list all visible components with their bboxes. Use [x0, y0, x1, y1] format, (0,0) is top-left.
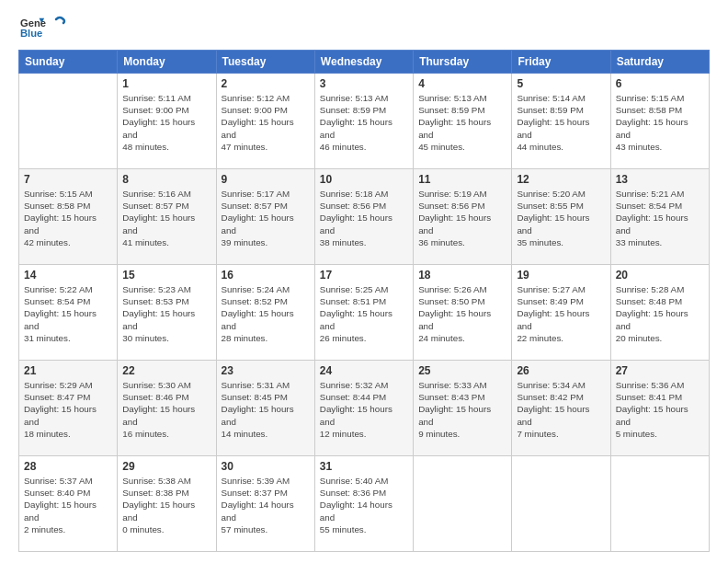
day-info: Sunrise: 5:16 AMSunset: 8:57 PMDaylight:…	[122, 188, 210, 248]
calendar-cell: 19Sunrise: 5:27 AMSunset: 8:49 PMDayligh…	[512, 265, 610, 361]
calendar-cell: 2Sunrise: 5:12 AMSunset: 9:00 PMDaylight…	[216, 74, 314, 169]
day-number: 21	[24, 364, 112, 377]
day-info: Sunrise: 5:34 AMSunset: 8:42 PMDaylight:…	[517, 379, 605, 440]
day-info: Sunrise: 5:40 AMSunset: 8:36 PMDaylight:…	[320, 475, 408, 535]
day-info: Sunrise: 5:18 AMSunset: 8:56 PMDaylight:…	[320, 188, 408, 248]
day-info: Sunrise: 5:12 AMSunset: 9:00 PMDaylight:…	[222, 92, 310, 153]
calendar-cell: 29Sunrise: 5:38 AMSunset: 8:38 PMDayligh…	[118, 456, 216, 552]
day-info: Sunrise: 5:11 AMSunset: 9:00 PMDaylight:…	[122, 92, 210, 153]
calendar-cell: 30Sunrise: 5:39 AMSunset: 8:37 PMDayligh…	[216, 456, 314, 552]
calendar-cell: 5Sunrise: 5:14 AMSunset: 8:59 PMDaylight…	[512, 74, 610, 169]
calendar-cell: 27Sunrise: 5:36 AMSunset: 8:41 PMDayligh…	[610, 361, 709, 456]
day-info: Sunrise: 5:27 AMSunset: 8:49 PMDaylight:…	[517, 283, 605, 344]
day-info: Sunrise: 5:25 AMSunset: 8:51 PMDaylight:…	[320, 283, 408, 344]
day-info: Sunrise: 5:15 AMSunset: 8:58 PMDaylight:…	[616, 92, 704, 153]
col-header-wednesday: Wednesday	[314, 51, 413, 74]
day-number: 19	[517, 269, 605, 282]
calendar-cell: 22Sunrise: 5:30 AMSunset: 8:46 PMDayligh…	[118, 361, 216, 456]
day-info: Sunrise: 5:29 AMSunset: 8:47 PMDaylight:…	[24, 379, 112, 440]
day-info: Sunrise: 5:38 AMSunset: 8:38 PMDaylight:…	[122, 475, 210, 535]
calendar-cell: 16Sunrise: 5:24 AMSunset: 8:52 PMDayligh…	[216, 265, 314, 361]
day-info: Sunrise: 5:30 AMSunset: 8:46 PMDaylight:…	[122, 379, 210, 440]
calendar-cell: 8Sunrise: 5:16 AMSunset: 8:57 PMDaylight…	[118, 169, 216, 265]
day-info: Sunrise: 5:24 AMSunset: 8:52 PMDaylight:…	[222, 283, 310, 344]
week-row: 21Sunrise: 5:29 AMSunset: 8:47 PMDayligh…	[19, 361, 710, 456]
week-row: 1Sunrise: 5:11 AMSunset: 9:00 PMDaylight…	[19, 74, 710, 169]
day-info: Sunrise: 5:21 AMSunset: 8:54 PMDaylight:…	[616, 188, 704, 248]
header-row: SundayMondayTuesdayWednesdayThursdayFrid…	[19, 51, 710, 74]
day-number: 8	[122, 173, 210, 186]
day-info: Sunrise: 5:28 AMSunset: 8:48 PMDaylight:…	[616, 283, 704, 344]
calendar-cell	[512, 456, 610, 552]
day-number: 29	[122, 460, 210, 473]
calendar-cell: 3Sunrise: 5:13 AMSunset: 8:59 PMDaylight…	[314, 74, 413, 169]
calendar-cell	[610, 456, 709, 552]
col-header-friday: Friday	[512, 51, 610, 74]
day-number: 4	[418, 77, 506, 90]
week-row: 28Sunrise: 5:37 AMSunset: 8:40 PMDayligh…	[19, 456, 710, 552]
day-number: 23	[222, 364, 310, 377]
calendar-cell: 9Sunrise: 5:17 AMSunset: 8:57 PMDaylight…	[216, 169, 314, 265]
day-number: 7	[24, 173, 112, 186]
day-info: Sunrise: 5:13 AMSunset: 8:59 PMDaylight:…	[320, 92, 408, 153]
day-number: 6	[616, 77, 704, 90]
day-info: Sunrise: 5:19 AMSunset: 8:56 PMDaylight:…	[418, 188, 506, 248]
day-info: Sunrise: 5:22 AMSunset: 8:54 PMDaylight:…	[24, 283, 112, 344]
calendar-cell: 7Sunrise: 5:15 AMSunset: 8:58 PMDaylight…	[19, 169, 118, 265]
day-info: Sunrise: 5:23 AMSunset: 8:53 PMDaylight:…	[122, 283, 210, 344]
week-row: 14Sunrise: 5:22 AMSunset: 8:54 PMDayligh…	[19, 265, 710, 361]
day-number: 18	[418, 269, 506, 282]
svg-text:Blue: Blue	[20, 28, 42, 39]
day-number: 13	[616, 173, 704, 186]
day-number: 26	[517, 364, 605, 377]
calendar-cell: 26Sunrise: 5:34 AMSunset: 8:42 PMDayligh…	[512, 361, 610, 456]
calendar-cell: 1Sunrise: 5:11 AMSunset: 9:00 PMDaylight…	[118, 74, 216, 169]
day-number: 28	[24, 460, 112, 473]
calendar-cell: 14Sunrise: 5:22 AMSunset: 8:54 PMDayligh…	[19, 265, 118, 361]
day-info: Sunrise: 5:15 AMSunset: 8:58 PMDaylight:…	[24, 188, 112, 248]
day-number: 24	[320, 364, 408, 377]
day-number: 2	[222, 77, 310, 90]
week-row: 7Sunrise: 5:15 AMSunset: 8:58 PMDaylight…	[19, 169, 710, 265]
day-number: 31	[320, 460, 408, 473]
calendar-cell: 28Sunrise: 5:37 AMSunset: 8:40 PMDayligh…	[19, 456, 118, 552]
calendar-cell: 24Sunrise: 5:32 AMSunset: 8:44 PMDayligh…	[314, 361, 413, 456]
calendar-cell: 4Sunrise: 5:13 AMSunset: 8:59 PMDaylight…	[414, 74, 512, 169]
calendar-page: General Blue SundayMondayTuesdayWednesda…	[0, 0, 728, 563]
logo-wave-icon	[47, 14, 67, 34]
day-info: Sunrise: 5:26 AMSunset: 8:50 PMDaylight:…	[418, 283, 506, 344]
calendar-cell	[19, 74, 118, 169]
day-number: 3	[320, 77, 408, 90]
calendar-cell: 12Sunrise: 5:20 AMSunset: 8:55 PMDayligh…	[512, 169, 610, 265]
calendar-cell: 21Sunrise: 5:29 AMSunset: 8:47 PMDayligh…	[19, 361, 118, 456]
day-info: Sunrise: 5:31 AMSunset: 8:45 PMDaylight:…	[222, 379, 310, 440]
day-info: Sunrise: 5:13 AMSunset: 8:59 PMDaylight:…	[418, 92, 506, 153]
day-number: 5	[517, 77, 605, 90]
day-number: 17	[320, 269, 408, 282]
logo: General Blue	[18, 15, 67, 40]
calendar-cell: 11Sunrise: 5:19 AMSunset: 8:56 PMDayligh…	[414, 169, 512, 265]
header: General Blue	[18, 15, 710, 40]
day-info: Sunrise: 5:33 AMSunset: 8:43 PMDaylight:…	[418, 379, 506, 440]
calendar-cell: 18Sunrise: 5:26 AMSunset: 8:50 PMDayligh…	[414, 265, 512, 361]
calendar-cell: 17Sunrise: 5:25 AMSunset: 8:51 PMDayligh…	[314, 265, 413, 361]
calendar-cell: 25Sunrise: 5:33 AMSunset: 8:43 PMDayligh…	[414, 361, 512, 456]
day-number: 15	[122, 269, 210, 282]
day-info: Sunrise: 5:37 AMSunset: 8:40 PMDaylight:…	[24, 475, 112, 535]
col-header-monday: Monday	[118, 51, 216, 74]
calendar-cell	[414, 456, 512, 552]
day-number: 25	[418, 364, 506, 377]
col-header-sunday: Sunday	[19, 51, 118, 74]
col-header-saturday: Saturday	[610, 51, 709, 74]
day-number: 20	[616, 269, 704, 282]
calendar-cell: 23Sunrise: 5:31 AMSunset: 8:45 PMDayligh…	[216, 361, 314, 456]
day-info: Sunrise: 5:32 AMSunset: 8:44 PMDaylight:…	[320, 379, 408, 440]
col-header-thursday: Thursday	[414, 51, 512, 74]
col-header-tuesday: Tuesday	[216, 51, 314, 74]
day-info: Sunrise: 5:20 AMSunset: 8:55 PMDaylight:…	[517, 188, 605, 248]
calendar-cell: 6Sunrise: 5:15 AMSunset: 8:58 PMDaylight…	[610, 74, 709, 169]
day-number: 16	[222, 269, 310, 282]
day-number: 14	[24, 269, 112, 282]
calendar-table: SundayMondayTuesdayWednesdayThursdayFrid…	[18, 50, 710, 552]
day-number: 10	[320, 173, 408, 186]
